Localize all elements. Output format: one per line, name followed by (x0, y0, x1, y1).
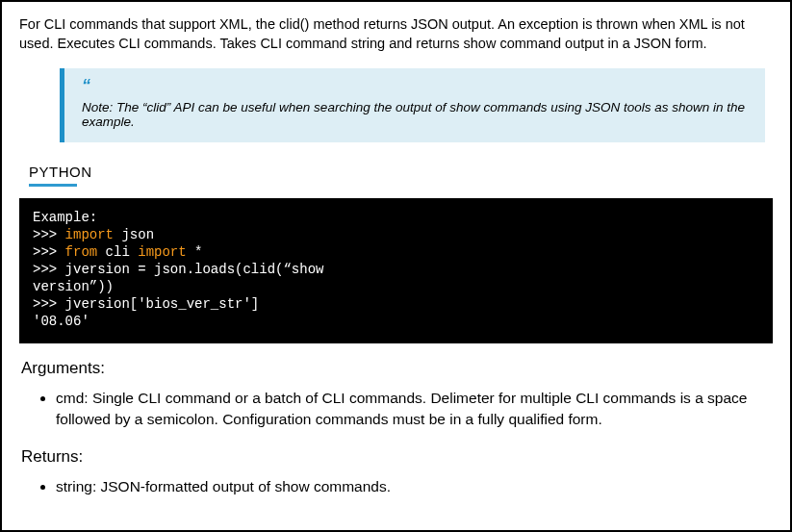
code-star: * (187, 244, 203, 260)
code-keyword-from: from (65, 244, 98, 260)
code-example: Example: >>> import json >>> from cli im… (19, 198, 773, 343)
code-line-2: >>> import json (33, 227, 759, 244)
returns-heading: Returns: (21, 447, 773, 467)
code-prompt: >>> (33, 244, 65, 260)
arguments-item: cmd: Single CLI command or a batch of CL… (56, 388, 773, 429)
code-keyword-import: import (138, 244, 186, 260)
arguments-list: cmd: Single CLI command or a batch of CL… (46, 388, 773, 429)
intro-paragraph: For CLI commands that support XML, the c… (19, 15, 773, 53)
returns-list: string: JSON-formatted output of show co… (46, 476, 773, 497)
code-line-6: >>> jversion['bios_ver_str'] (33, 296, 759, 314)
code-line-3: >>> from cli import * (33, 244, 759, 262)
returns-item: string: JSON-formatted output of show co… (56, 476, 773, 497)
code-module: cli (97, 244, 138, 260)
code-line-1: Example: (33, 210, 759, 227)
code-keyword-import: import (65, 227, 114, 242)
code-prompt: >>> (33, 227, 65, 242)
arguments-heading: Arguments: (21, 359, 773, 378)
language-underline (29, 184, 77, 187)
code-line-5: version”)) (33, 279, 759, 296)
code-line-7: '08.06' (33, 314, 759, 331)
code-line-4: >>> jversion = json.loads(clid(“show (33, 262, 759, 279)
note-callout: “ Note: The “clid” API can be useful whe… (60, 68, 765, 142)
language-label: PYTHON (29, 164, 92, 184)
code-module: json (114, 227, 154, 242)
note-text: Note: The “clid” API can be useful when … (82, 100, 754, 129)
note-quote-mark: “ (82, 76, 754, 96)
